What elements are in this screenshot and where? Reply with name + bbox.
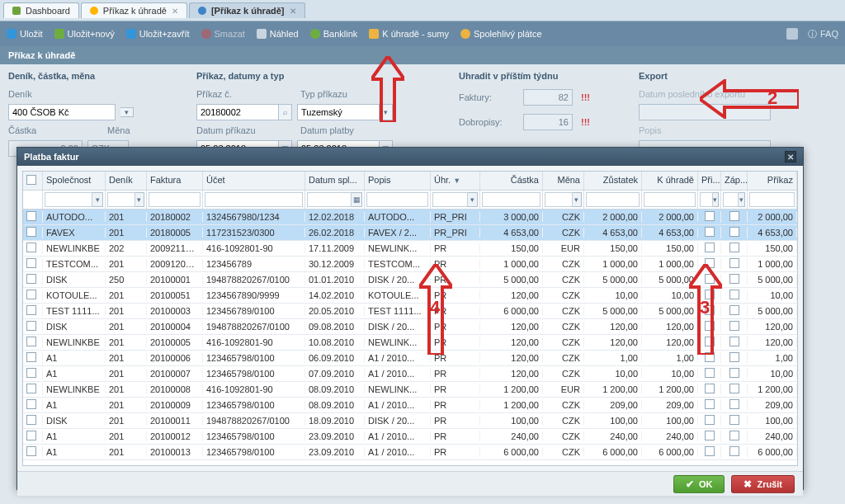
- filter-mena[interactable]: [545, 192, 573, 207]
- zap-checkbox[interactable]: [729, 305, 739, 315]
- pri-checkbox[interactable]: [705, 211, 715, 221]
- filter-pop[interactable]: [366, 192, 428, 207]
- col-zustatek[interactable]: Zůstatek: [584, 172, 642, 190]
- row-checkbox[interactable]: [26, 431, 36, 440]
- table-row[interactable]: TEST 1111...20120100003123456789/010020.…: [23, 304, 797, 319]
- table-row[interactable]: A120120100009123465798/010008.09.2010A1 …: [23, 398, 797, 413]
- pri-checkbox[interactable]: [705, 258, 715, 268]
- filter-prik[interactable]: [749, 192, 795, 207]
- settings-icon[interactable]: [786, 28, 798, 40]
- zap-checkbox[interactable]: [729, 321, 739, 331]
- table-row[interactable]: NEWLINKBE20120100008416-1092801-9008.09.…: [23, 382, 797, 398]
- pri-checkbox[interactable]: [705, 399, 715, 409]
- col-faktura[interactable]: Faktura: [147, 172, 203, 190]
- banklink-button[interactable]: Banklink: [310, 29, 358, 39]
- row-checkbox[interactable]: [26, 227, 36, 237]
- dropdown-icon[interactable]: ▾: [468, 192, 478, 207]
- dropdown-icon[interactable]: ▾: [92, 192, 103, 207]
- col-zap[interactable]: Záp...: [721, 172, 748, 190]
- zap-checkbox[interactable]: [729, 243, 739, 252]
- col-ucet[interactable]: Účet: [203, 172, 305, 190]
- row-checkbox[interactable]: [26, 211, 36, 221]
- filter-zus[interactable]: [586, 192, 640, 207]
- table-row[interactable]: A120120100012123465798/010023.09.2010A1 …: [23, 429, 797, 445]
- col-datum[interactable]: Datum spl...: [305, 172, 365, 190]
- table-row[interactable]: NEWLINKBE2022009211001416-1092801-9017.1…: [23, 241, 797, 257]
- zap-checkbox[interactable]: [729, 290, 739, 299]
- pri-checkbox[interactable]: [705, 243, 715, 252]
- filter-dat[interactable]: [307, 192, 352, 207]
- zap-checkbox[interactable]: [729, 368, 739, 378]
- pri-checkbox[interactable]: [705, 352, 715, 362]
- save-new-button[interactable]: Uložit+nový: [54, 29, 115, 39]
- delete-button[interactable]: Smazat: [201, 29, 245, 39]
- pri-checkbox[interactable]: [705, 415, 715, 425]
- denik-input[interactable]: [8, 104, 116, 120]
- col-prikaz[interactable]: Příkaz: [748, 172, 797, 190]
- col-castka[interactable]: Částka: [480, 172, 543, 190]
- col-kuhrade[interactable]: K úhradě: [642, 172, 698, 190]
- table-row[interactable]: DISK20120100004194878820267/010009.08.20…: [23, 319, 797, 335]
- preview-button[interactable]: Náhled: [257, 29, 299, 39]
- pri-checkbox[interactable]: [705, 384, 715, 393]
- dialog-close-icon[interactable]: ✕: [785, 151, 796, 163]
- filter-cast[interactable]: [482, 192, 541, 207]
- col-pri[interactable]: Při...: [698, 172, 721, 190]
- table-row[interactable]: DISK25020100001194878820267/010001.01.20…: [23, 272, 797, 288]
- row-checkbox[interactable]: [26, 352, 36, 362]
- prikazc-input[interactable]: [196, 104, 279, 120]
- dropdown-icon[interactable]: ▾: [573, 192, 582, 207]
- dropdown-icon[interactable]: ▾: [713, 192, 719, 207]
- row-checkbox[interactable]: [26, 384, 36, 393]
- table-row[interactable]: A120120100007123465798/010007.09.2010A1 …: [23, 366, 797, 382]
- row-checkbox[interactable]: [26, 337, 36, 346]
- col-select[interactable]: [23, 172, 43, 190]
- zap-checkbox[interactable]: [729, 274, 739, 284]
- table-row[interactable]: AUTODO...201201800021324567980/123412.02…: [23, 210, 797, 225]
- zap-checkbox[interactable]: [729, 258, 739, 268]
- ok-button[interactable]: ✔OK: [673, 475, 725, 493]
- table-row[interactable]: DISK20120100011194878820267/010018.09.20…: [23, 413, 797, 429]
- zap-checkbox[interactable]: [729, 446, 739, 456]
- row-checkbox[interactable]: [26, 258, 36, 268]
- typ-input[interactable]: [297, 104, 380, 120]
- dropdown-icon[interactable]: ▾: [739, 192, 746, 207]
- filter-zap[interactable]: [723, 192, 739, 207]
- pri-checkbox[interactable]: [705, 321, 715, 331]
- close-icon[interactable]: ✕: [172, 7, 178, 16]
- row-checkbox[interactable]: [26, 415, 36, 425]
- dropdown-icon[interactable]: ▾: [120, 107, 134, 117]
- calendar-icon[interactable]: ▦: [352, 192, 362, 207]
- table-row[interactable]: TESTCOM...201200912000312345678930.12.20…: [23, 257, 797, 272]
- row-checkbox[interactable]: [26, 274, 36, 284]
- row-checkbox[interactable]: [26, 243, 36, 252]
- zap-checkbox[interactable]: [729, 352, 739, 362]
- row-checkbox[interactable]: [26, 321, 36, 331]
- filter-uhr[interactable]: [432, 192, 468, 207]
- faq-button[interactable]: ⓘFAQ: [808, 28, 838, 40]
- lookup-icon[interactable]: ⌕: [279, 104, 292, 120]
- dropdown-icon[interactable]: ▾: [380, 104, 393, 120]
- pri-checkbox[interactable]: [705, 337, 715, 346]
- row-checkbox[interactable]: [26, 446, 36, 456]
- zap-checkbox[interactable]: [729, 431, 739, 440]
- zap-checkbox[interactable]: [729, 399, 739, 409]
- zap-checkbox[interactable]: [729, 384, 739, 393]
- col-spolecnost[interactable]: Společnost: [43, 172, 106, 190]
- col-denik[interactable]: Deník: [106, 172, 147, 190]
- filter-fakt[interactable]: [149, 192, 201, 207]
- pri-checkbox[interactable]: [705, 446, 715, 456]
- table-row[interactable]: FAVEX20120180005117231523/030026.02.2018…: [23, 225, 797, 241]
- zap-checkbox[interactable]: [729, 337, 739, 346]
- save-close-button[interactable]: Uložit+zavřít: [126, 29, 190, 39]
- dropdown-icon[interactable]: ▾: [135, 192, 144, 207]
- sums-button[interactable]: K úhradě - sumy: [369, 29, 449, 39]
- filter-denik[interactable]: [107, 192, 135, 207]
- col-popis[interactable]: Popis: [365, 172, 431, 190]
- reliable-payer-button[interactable]: Spolehlivý plátce: [460, 29, 542, 39]
- table-row[interactable]: A120120100006123465798/010006.09.2010A1 …: [23, 351, 797, 366]
- cancel-button[interactable]: ✖Zrušit: [731, 475, 795, 493]
- zap-checkbox[interactable]: [729, 227, 739, 237]
- pri-checkbox[interactable]: [705, 431, 715, 440]
- grid-body[interactable]: AUTODO...201201800021324567980/123412.02…: [23, 210, 797, 465]
